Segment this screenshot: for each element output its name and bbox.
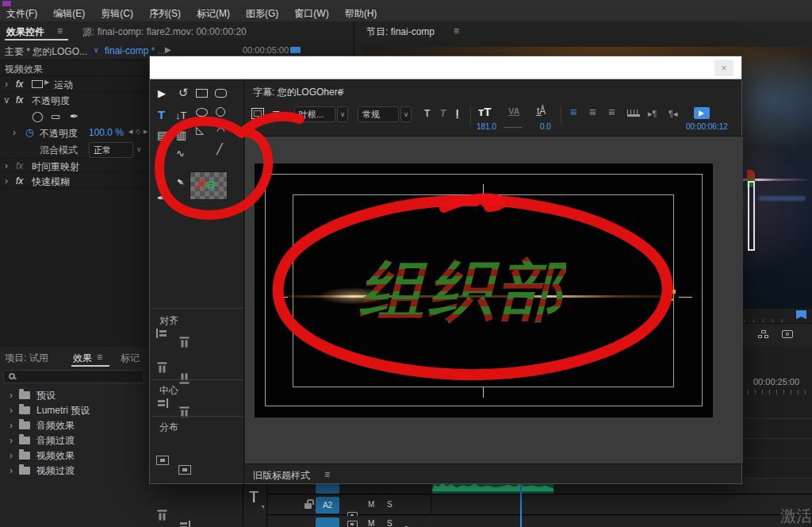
program-marker-icon[interactable] bbox=[796, 310, 806, 319]
effects-panel-menu-icon[interactable]: ≡ bbox=[97, 352, 102, 363]
align-bottom-button[interactable] bbox=[180, 407, 190, 419]
center-horizontal-button[interactable] bbox=[156, 456, 169, 465]
kerning-value[interactable]: ------- bbox=[504, 122, 522, 131]
menu-window[interactable]: 窗口(W) bbox=[294, 7, 328, 21]
tab-stops-icon[interactable] bbox=[627, 110, 640, 117]
selection-tool[interactable]: ▶ bbox=[158, 87, 166, 99]
align-right-button[interactable] bbox=[156, 398, 168, 408]
timeline-marker[interactable] bbox=[290, 47, 301, 53]
expand-icon[interactable]: › bbox=[5, 79, 8, 90]
program-panel-menu-icon[interactable]: ≡ bbox=[454, 25, 459, 37]
expand-icon[interactable]: › bbox=[10, 405, 13, 416]
styles-panel-menu-icon[interactable]: ≡ bbox=[324, 469, 330, 480]
italic-button[interactable]: T bbox=[440, 108, 446, 119]
play-clip-icon[interactable]: ▶ bbox=[165, 45, 171, 54]
path-type-tool[interactable]: ∿ bbox=[157, 148, 166, 160]
distribute-left-button[interactable] bbox=[158, 510, 167, 522]
center-vertical-button[interactable] bbox=[178, 465, 191, 475]
vertical-bar-object[interactable] bbox=[748, 181, 755, 251]
kf-next-icon[interactable]: ▶ bbox=[144, 129, 147, 135]
expand-icon[interactable]: › bbox=[13, 127, 16, 138]
align-left-button[interactable] bbox=[156, 329, 168, 338]
tab-effect-controls[interactable]: 效果控件 bbox=[6, 25, 44, 39]
rectangle-tool[interactable] bbox=[196, 89, 208, 98]
menu-markers[interactable]: 标记(M) bbox=[197, 7, 230, 21]
insert-paragraph-icon[interactable]: ▸¶ bbox=[648, 109, 657, 119]
rect-mask-icon[interactable]: ▭ bbox=[51, 110, 60, 122]
menu-sequence[interactable]: 序列(S) bbox=[149, 7, 181, 21]
vertical-path-type-tool[interactable]: ∿ bbox=[176, 148, 185, 160]
expand-icon[interactable]: › bbox=[10, 420, 13, 431]
align-hcenter-button[interactable] bbox=[180, 372, 190, 384]
line-tool[interactable]: ╱ bbox=[216, 143, 223, 155]
title-video-frame[interactable]: 组织部 bbox=[255, 163, 713, 417]
tab-source-monitor[interactable]: 源: finai-comp: flare2.mov: 00:00:00:20 bbox=[82, 25, 247, 39]
ellipse-tool[interactable] bbox=[196, 108, 208, 117]
leading-value[interactable]: 0.0 bbox=[540, 122, 551, 131]
menu-clip[interactable]: 剪辑(C) bbox=[101, 7, 133, 21]
rotation-tool[interactable]: ↺ bbox=[178, 86, 189, 100]
track-lock-icon[interactable] bbox=[304, 503, 312, 509]
align-text-left-button[interactable]: ≡ bbox=[570, 108, 577, 116]
expand-icon[interactable]: › bbox=[5, 175, 8, 187]
menu-graphics[interactable]: 图形(G) bbox=[246, 7, 278, 21]
menu-edit[interactable]: 编辑(E) bbox=[53, 7, 85, 21]
circle-tool[interactable] bbox=[216, 107, 225, 117]
stopwatch-icon[interactable]: ◷ bbox=[25, 127, 33, 138]
solo-button[interactable]: S bbox=[387, 519, 393, 527]
align-top-button[interactable] bbox=[180, 337, 190, 349]
vertical-area-type-tool[interactable]: ▥ bbox=[176, 129, 186, 141]
expand-icon[interactable]: › bbox=[10, 465, 13, 476]
master-clip-label[interactable]: 主要 * 您的LOGO... bbox=[5, 45, 87, 59]
tab-markers[interactable]: 标记 bbox=[121, 352, 140, 365]
effect-row-fast-blur[interactable]: › fx 快速模糊 bbox=[0, 174, 149, 189]
type-tool-horizontal[interactable]: T bbox=[158, 108, 165, 121]
align-vcenter-button[interactable] bbox=[158, 363, 167, 375]
title-text[interactable]: 组织部 bbox=[359, 248, 566, 335]
pen-mask-icon[interactable]: ✒ bbox=[70, 110, 79, 122]
expand-icon[interactable]: › bbox=[5, 160, 8, 171]
font-family-select[interactable]: 叶根... bbox=[294, 106, 335, 122]
title-style-swatch[interactable]: Aa bbox=[190, 171, 228, 200]
effects-search-input[interactable] bbox=[3, 370, 144, 383]
clip-chevron-icon[interactable]: ∨ bbox=[94, 46, 99, 54]
panel-menu-icon[interactable]: ≡ bbox=[57, 25, 63, 37]
roll-crawl-options-icon[interactable]: ≣ bbox=[272, 108, 281, 120]
track-a2-label[interactable]: A2 bbox=[316, 497, 339, 514]
expand-icon[interactable]: › bbox=[10, 435, 13, 446]
expand-icon[interactable]: › bbox=[10, 450, 13, 461]
area-type-tool[interactable]: ▤ bbox=[157, 129, 167, 141]
export-frame-button[interactable] bbox=[782, 330, 793, 338]
track-monitor-icon[interactable] bbox=[347, 521, 358, 527]
effect-row-opacity[interactable]: ∨ fx 不透明度 bbox=[0, 93, 149, 108]
align-text-right-button[interactable]: ≡ bbox=[608, 108, 615, 116]
mute-button[interactable]: M bbox=[368, 519, 374, 527]
window-close-button[interactable]: × bbox=[714, 60, 733, 76]
kf-add-icon[interactable]: ◇ bbox=[136, 128, 140, 135]
wedge-tool[interactable]: ◺ bbox=[196, 124, 204, 136]
timeline-ruler-ticks[interactable] bbox=[741, 390, 812, 394]
kf-prev-icon[interactable]: ◀ bbox=[128, 129, 132, 135]
track-a3-label[interactable] bbox=[316, 517, 339, 527]
new-title-icon[interactable] bbox=[251, 108, 264, 119]
tab-project[interactable]: 项目: 试用 bbox=[5, 352, 48, 365]
blend-mode-select[interactable]: 正常 bbox=[89, 142, 133, 158]
font-style-dropdown-icon[interactable]: ∨ bbox=[400, 106, 412, 122]
font-size-value[interactable]: 181.0 bbox=[477, 122, 496, 131]
effect-row-time-remap[interactable]: › fx 时间重映射 bbox=[0, 158, 149, 173]
rounded-rect-tool[interactable] bbox=[215, 89, 227, 98]
leading-icon[interactable]: t̲Å bbox=[537, 106, 546, 117]
delete-anchor-tool[interactable]: ✒ bbox=[157, 192, 166, 204]
blend-dropdown-icon[interactable]: ∨ bbox=[136, 145, 142, 153]
comparison-view-button[interactable] bbox=[758, 330, 769, 339]
add-anchor-tool[interactable]: ✒ bbox=[173, 175, 187, 190]
bold-button[interactable]: T bbox=[424, 108, 430, 119]
ellipse-mask-icon[interactable]: ◯ bbox=[32, 110, 44, 122]
type-tool[interactable]: T bbox=[249, 488, 259, 506]
kerning-icon[interactable]: VA bbox=[508, 106, 519, 116]
opacity-value[interactable]: 100.0 % bbox=[89, 127, 124, 138]
font-style-select[interactable]: 常规 bbox=[358, 106, 399, 122]
effect-row-motion[interactable]: › fx ▶ 运动 bbox=[0, 77, 149, 92]
titler-panel-menu-icon[interactable]: ≡ bbox=[339, 86, 344, 97]
menu-help[interactable]: 帮助(H) bbox=[345, 7, 377, 21]
